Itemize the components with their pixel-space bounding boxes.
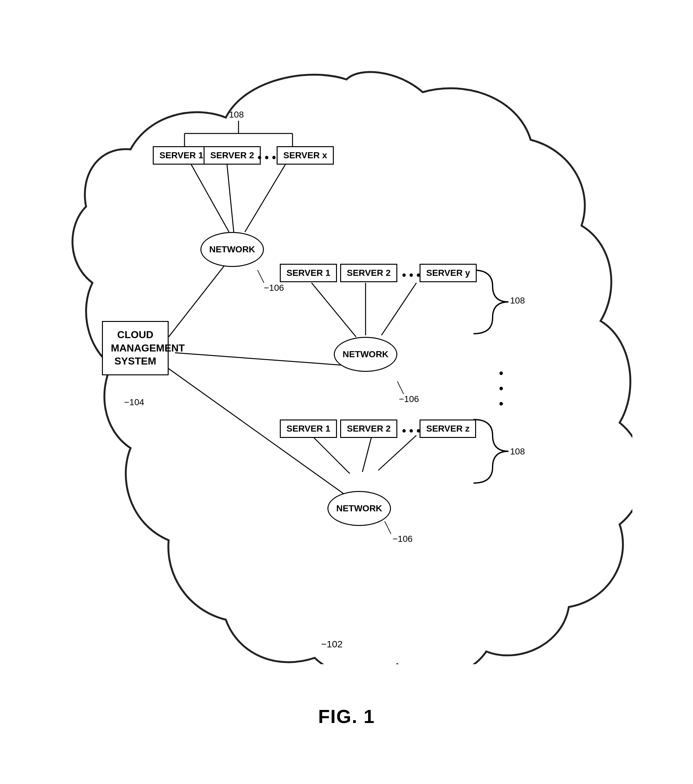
vertical-dots: ••• <box>499 366 503 411</box>
cms-box: CLOUDMANAGEMENTSYSTEM <box>102 321 169 376</box>
top-network: NETWORK <box>200 232 264 267</box>
svg-line-8 <box>175 353 346 366</box>
svg-line-17 <box>397 381 404 394</box>
svg-line-15 <box>378 435 416 470</box>
top-server1: SERVER 1 <box>153 146 210 165</box>
top-serverx: SERVER x <box>277 146 334 165</box>
fig-caption-text: FIG. 1 <box>318 706 375 727</box>
cloud-102-ref: −102 <box>321 639 343 650</box>
svg-line-4 <box>169 264 226 337</box>
mid-server1: SERVER 1 <box>280 264 337 282</box>
svg-line-9 <box>312 283 356 337</box>
diagram-container: CLOUDMANAGEMENTSYSTEM −104 SERVER 1 SERV… <box>0 0 693 699</box>
figure-caption: FIG. 1 <box>318 705 375 728</box>
bot-serverz: SERVER z <box>420 420 476 438</box>
top-108-ref: 108 <box>229 110 244 120</box>
bot-dots-row: • • • <box>402 424 420 438</box>
top-dots: • • • <box>258 151 276 164</box>
svg-line-16 <box>258 270 264 283</box>
mid-network-label: NETWORK <box>343 349 389 359</box>
svg-line-18 <box>384 521 391 534</box>
top-server2: SERVER 2 <box>204 146 261 165</box>
bot-network-label: NETWORK <box>336 503 383 514</box>
mid-servery: SERVER y <box>420 264 477 282</box>
mid-network: NETWORK <box>334 337 397 372</box>
cloud-shape: CLOUDMANAGEMENTSYSTEM −104 SERVER 1 SERV… <box>61 60 632 664</box>
bot-108-ref: 108 <box>510 446 525 457</box>
top-106-ref: −106 <box>264 283 284 293</box>
mid-106-ref: −106 <box>399 394 419 404</box>
bot-network: NETWORK <box>327 491 391 526</box>
svg-line-11 <box>381 283 416 335</box>
svg-line-14 <box>362 435 372 472</box>
bot-server2: SERVER 2 <box>340 420 397 438</box>
cms-ref: −104 <box>124 397 144 407</box>
top-network-label: NETWORK <box>209 244 255 255</box>
mid-108-ref: 108 <box>510 296 525 306</box>
bot-server1: SERVER 1 <box>280 420 337 438</box>
mid-dots-row: • • • <box>402 268 420 282</box>
mid-server2: SERVER 2 <box>340 264 397 282</box>
bot-106-ref: −106 <box>392 534 412 544</box>
svg-line-13 <box>312 435 350 474</box>
